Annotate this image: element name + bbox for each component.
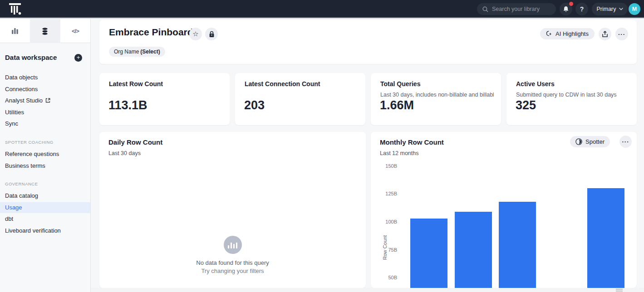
sidebar-item-sync[interactable]: Sync <box>0 118 90 129</box>
spotter-icon <box>575 138 582 145</box>
daily-row-count-card: Daily Row Count Last 30 days No data fou… <box>99 132 366 288</box>
permissions-button[interactable] <box>205 28 218 40</box>
kpi-value: 113.1B <box>108 98 147 112</box>
chevron-down-icon <box>619 8 623 10</box>
nav-section-label: SPOTTER COACHING <box>5 140 54 145</box>
help-button[interactable]: ? <box>575 3 588 15</box>
y-tick-label: 125B <box>374 191 397 196</box>
chart-context-menu-icon[interactable] <box>616 289 623 292</box>
sidebar-item-dbt[interactable]: dbt <box>0 214 90 224</box>
tile-more-button[interactable]: ··· <box>619 136 632 148</box>
kpi-value: 325 <box>516 98 536 112</box>
kpi-title: Latest Row Count <box>109 80 163 88</box>
sidebar: </> Data workspace + Data objectsConnect… <box>0 19 91 292</box>
no-data-state: No data found for this query Try changin… <box>99 236 366 274</box>
kpi-title: Total Queries <box>380 80 420 88</box>
sidebar-item-business-terms[interactable]: Business terms <box>0 161 90 171</box>
no-data-subtitle: Try changing your filters <box>99 268 366 274</box>
daily-chart-subtitle: Last 30 days <box>108 150 141 156</box>
kpi-subtitle: Submitted query to CDW in last 30 days <box>516 92 629 98</box>
sidebar-item-data-catalog[interactable]: Data catalog <box>0 190 90 201</box>
kpi-card[interactable]: Active UsersSubmitted query to CDW in la… <box>506 73 637 125</box>
chip-value: (Select) <box>140 49 160 55</box>
y-tick-label: 150B <box>374 163 397 169</box>
nav-section-label: GOVERNANCE <box>5 181 38 186</box>
share-button[interactable] <box>599 28 611 40</box>
share-icon <box>602 31 608 38</box>
thoughtspot-logo-icon[interactable] <box>9 3 22 15</box>
bar[interactable] <box>499 202 536 288</box>
no-data-title: No data found for this query <box>99 259 366 266</box>
kpi-card[interactable]: Latest Row Count113.1B <box>99 73 230 125</box>
liveboard-more-button[interactable]: ··· <box>615 28 628 40</box>
kpi-title: Active Users <box>516 80 555 88</box>
sparkle-icon <box>546 31 552 37</box>
spotter-button[interactable]: Spotter <box>570 136 610 147</box>
sidebar-item-data-objects[interactable]: Data objects <box>0 72 90 83</box>
search-placeholder: Search your library <box>492 6 540 12</box>
sidebar-nav: Data objectsConnectionsAnalyst StudioUti… <box>0 19 90 292</box>
user-avatar[interactable]: M <box>629 3 640 15</box>
avatar-initial: M <box>632 6 637 12</box>
kpi-value: 203 <box>244 98 265 112</box>
lock-icon <box>209 31 215 38</box>
topbar: Search your library ? Primary M <box>0 0 644 18</box>
library-search-input[interactable]: Search your library <box>477 3 556 15</box>
monthly-row-count-card: 150B125B100B75B50B Row Count Monthly Row… <box>371 132 637 288</box>
question-icon: ? <box>580 5 584 13</box>
star-icon: ☆ <box>192 30 198 38</box>
spotter-label: Spotter <box>585 138 605 145</box>
monthly-chart-title: Monthly Row Count <box>380 138 444 146</box>
y-tick-label: 50B <box>374 275 397 280</box>
org-filter-chip[interactable]: Org Name (Select) <box>109 47 165 57</box>
ai-highlights-label: AI Highlights <box>556 30 589 37</box>
sidebar-item-utilities[interactable]: Utilities <box>0 107 90 118</box>
empty-chart-icon <box>224 236 242 254</box>
notifications-button[interactable] <box>560 3 572 15</box>
kpi-title: Latest Connection Count <box>245 80 320 88</box>
org-selector-dropdown[interactable]: Primary <box>592 3 628 15</box>
notification-badge <box>569 2 573 6</box>
chip-label: Org Name <box>114 49 139 55</box>
daily-chart-title: Daily Row Count <box>108 138 162 146</box>
org-selector-value: Primary <box>596 6 616 12</box>
bar[interactable] <box>587 188 624 288</box>
page-title: Embrace Pinboard <box>109 27 193 38</box>
sidebar-item-reference-questions[interactable]: Reference questions <box>0 149 90 160</box>
kpi-subtitle: Last 30 days, includes non-billable and … <box>380 92 494 98</box>
y-axis-title: Row Count <box>382 235 388 260</box>
kpi-card[interactable]: Total QueriesLast 30 days, includes non-… <box>371 73 501 125</box>
more-icon: ··· <box>618 31 625 38</box>
kpi-row: Latest Row Count113.1BLatest Connection … <box>99 73 637 125</box>
kpi-value: 1.66M <box>380 98 414 112</box>
y-tick-label: 100B <box>374 219 397 224</box>
bar[interactable] <box>455 212 492 288</box>
bar[interactable] <box>410 219 447 288</box>
sidebar-item-connections[interactable]: Connections <box>0 84 90 95</box>
ai-highlights-button[interactable]: AI Highlights <box>540 28 595 39</box>
kpi-card[interactable]: Latest Connection Count203 <box>235 73 365 125</box>
sidebar-item-analyst-studio[interactable]: Analyst Studio <box>0 95 90 106</box>
sidebar-item-usage[interactable]: Usage <box>0 202 90 213</box>
search-icon <box>482 6 488 12</box>
bell-icon <box>563 6 569 13</box>
more-icon: ··· <box>622 138 629 145</box>
favorite-button[interactable]: ☆ <box>189 28 202 40</box>
bottom-cutoff-strip <box>91 288 644 292</box>
liveboard-header-card: Embrace Pinboard ☆ Org Name (Select) AI … <box>99 20 637 64</box>
monthly-chart-subtitle: Last 12 months <box>380 150 418 156</box>
sidebar-item-liveboard-verification[interactable]: Liveboard verification <box>0 225 90 236</box>
